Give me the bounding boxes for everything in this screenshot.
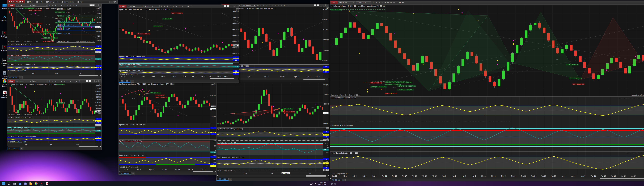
speaker-icon[interactable]	[314, 183, 316, 184]
chart-style-icon[interactable]: ılı	[48, 80, 51, 82]
focus-button[interactable]: F	[99, 83, 101, 86]
instrument-select[interactable]: RTY 06-22∨	[16, 80, 32, 82]
indicators-icon[interactable]: ∿	[69, 80, 72, 82]
panels-icon[interactable]: ⊟	[178, 5, 181, 7]
indicators-icon[interactable]: ∿	[277, 5, 280, 6]
file-explorer-button[interactable]	[29, 182, 32, 185]
maximize-button[interactable]: ▢	[233, 5, 236, 7]
time-axis[interactable]: Apr 5Apr 7Apr 10Apr 12Apr 14Apr 19Apr 21	[118, 168, 210, 171]
layout-button[interactable]	[314, 5, 316, 6]
start-button[interactable]	[2, 182, 6, 185]
time-axis[interactable]: 22FebMarApr 3/17/2022	[216, 172, 323, 175]
layout-button[interactable]	[90, 5, 92, 6]
tray-overflow-chevron[interactable]: ^	[307, 183, 308, 184]
scrollbar-thumb[interactable]	[79, 75, 98, 76]
focus-button[interactable]: F	[214, 83, 216, 85]
rsibamm-pane[interactable]: hpcRSIBammIndicator (ES 06-22) © 2022 Ni…	[7, 63, 102, 72]
layout-button[interactable]	[224, 5, 226, 7]
minimize-button[interactable]: –	[95, 4, 98, 7]
zoom-in-icon[interactable]: ⊕	[378, 2, 380, 4]
properties-icon[interactable]: ☰	[402, 2, 404, 4]
h-scrollbar[interactable]: ◀▶	[118, 78, 239, 79]
chat-button[interactable]: ▣	[24, 182, 27, 185]
h-scrollbar[interactable]: ◀▶	[216, 175, 329, 177]
strategies-icon[interactable]: ▦	[75, 5, 78, 6]
panels-icon[interactable]: ⊟	[66, 80, 69, 82]
focus-button[interactable]: F	[99, 8, 101, 10]
time-axis[interactable]: 12:2512:3512:4512:5613:0513:1413:2313:31…	[118, 75, 233, 78]
close-button[interactable]: ✕	[326, 4, 329, 7]
amprsi-pane[interactable]: hpcAmpRSIIndicator (RTY 06-22) 7038.230	[118, 123, 216, 139]
price-pane[interactable]: hpcPatternsIndicator (RTY 06-22), hpcHSI…	[7, 83, 102, 116]
period-select[interactable]: Daily∨	[32, 80, 48, 82]
minimize-button[interactable]: –	[109, 1, 112, 3]
draw-tools-icon[interactable]: ✎	[163, 5, 166, 7]
layout-button[interactable]	[227, 5, 229, 7]
properties-icon[interactable]: ☰	[190, 5, 192, 7]
minimize-button[interactable]: –	[320, 4, 322, 7]
rsibamm-pane[interactable]: hpcRSIBammIndicator (ES 06-22) © 2022 Ni…	[118, 69, 239, 75]
tab-es-06-22[interactable]: ES 06-22	[7, 76, 19, 79]
zoom-out-icon[interactable]: ⊖	[57, 5, 60, 6]
period-select[interactable]: 240 Minute∨	[356, 2, 371, 4]
menu-new[interactable]: New	[26, 1, 34, 3]
zoom-in-icon[interactable]: ⊕	[54, 5, 57, 6]
data-series-icon[interactable]: ▤	[272, 5, 274, 6]
data-series-icon[interactable]: ▤	[387, 2, 390, 4]
properties-icon[interactable]: ☰	[78, 5, 81, 6]
zoom-in-icon[interactable]: ⊕	[262, 5, 265, 6]
price-pane[interactable]: hpcPatternsIndicator (NQ 06-22), hpcHSIA…	[330, 5, 644, 96]
crosshair-icon[interactable]: +	[172, 5, 175, 7]
focus-button[interactable]: F	[326, 84, 329, 86]
time-axis[interactable]: FebMarApr	[7, 143, 95, 146]
indicators-icon[interactable]: ∿	[69, 5, 72, 6]
price-pane[interactable]: hpcPatternsIndicator (RTY 06-22), hpcHSI…	[118, 82, 216, 123]
network-icon[interactable]	[310, 183, 312, 184]
new-tab-button[interactable]: +	[228, 178, 232, 180]
draw-tools-icon[interactable]: ✎	[51, 5, 54, 6]
layout-button[interactable]	[317, 5, 319, 6]
tab-rty-06-22[interactable]: RTY 06-22	[118, 172, 131, 175]
rsibamm-pane[interactable]: hpcRSIBammIndicator (GC 06-22) © 2022 Ni…	[216, 156, 329, 172]
layout-button[interactable]	[89, 80, 91, 82]
draw-tools-icon[interactable]: ✎	[375, 2, 378, 4]
menu-tools[interactable]: Tools	[36, 1, 44, 3]
close-button[interactable]: ✕	[236, 5, 239, 7]
rsibamm-pane[interactable]: hpcRSIBammIndicator (RTY 06-22) © 2022 N…	[118, 154, 216, 168]
scroll-left-icon[interactable]: ◀	[118, 78, 120, 79]
period-select[interactable]: 2000 Tick∨	[144, 5, 160, 8]
taskbar-icon[interactable]	[334, 183, 336, 185]
amprsi-pane[interactable]: hpcAmpRSIIndicator (ES 06-22) 7041.89301…	[7, 43, 102, 54]
focus-button[interactable]: F	[326, 8, 329, 10]
trader-workstation-taskbar-icon[interactable]: ◥	[45, 182, 49, 185]
properties-icon[interactable]: ☰	[286, 5, 289, 6]
close-button[interactable]: ✕	[98, 80, 101, 82]
draw-tools-icon[interactable]: ✎	[51, 80, 54, 82]
scroll-left-icon[interactable]: ◀	[216, 175, 218, 177]
hsi-pane[interactable]: hpcHSIIndicator (NQ 06-22) 1201008060402…	[330, 124, 644, 151]
scroll-right-icon[interactable]: ▶	[328, 175, 329, 177]
scroll-right-icon[interactable]: ▶	[328, 78, 329, 80]
strategies-icon[interactable]: ▦	[187, 5, 190, 7]
zoom-in-icon[interactable]: ⊕	[54, 80, 57, 82]
task-view-button[interactable]	[13, 182, 16, 185]
strategies-icon[interactable]: ▦	[283, 5, 286, 6]
chart-title-button[interactable]: Chart	[8, 4, 15, 7]
drawing-line-icon[interactable]: ⋰	[72, 80, 75, 82]
panels-icon[interactable]: ⊟	[274, 5, 277, 6]
minimize-button[interactable]: –	[230, 5, 232, 7]
new-tab-button[interactable]: +	[342, 179, 346, 181]
amprsi-pane[interactable]: hpcAmpRSIIndicator (RTY 06-22) 7047.6730…	[7, 116, 102, 126]
panels-icon[interactable]: ⊟	[66, 5, 69, 6]
strategies-icon[interactable]: ▦	[75, 80, 78, 82]
indicators-icon[interactable]: ∿	[393, 2, 396, 4]
tab-gc-06-22[interactable]: GC 06-22	[216, 178, 228, 180]
price-pane[interactable]: hpcPatternsIndicator (ES 06-22), hpcHSIA…	[7, 7, 102, 43]
chart-style-icon[interactable]: ılı	[48, 5, 51, 6]
crosshair-icon[interactable]: +	[384, 2, 386, 4]
drawing-line-icon[interactable]: ⋰	[72, 5, 75, 6]
scroll-right-icon[interactable]: ▶	[100, 75, 102, 76]
drawing-line-icon[interactable]: ⋰	[396, 2, 398, 4]
maximize-button[interactable]: ▢	[112, 1, 114, 3]
scroll-right-icon[interactable]: ▶	[238, 78, 239, 79]
